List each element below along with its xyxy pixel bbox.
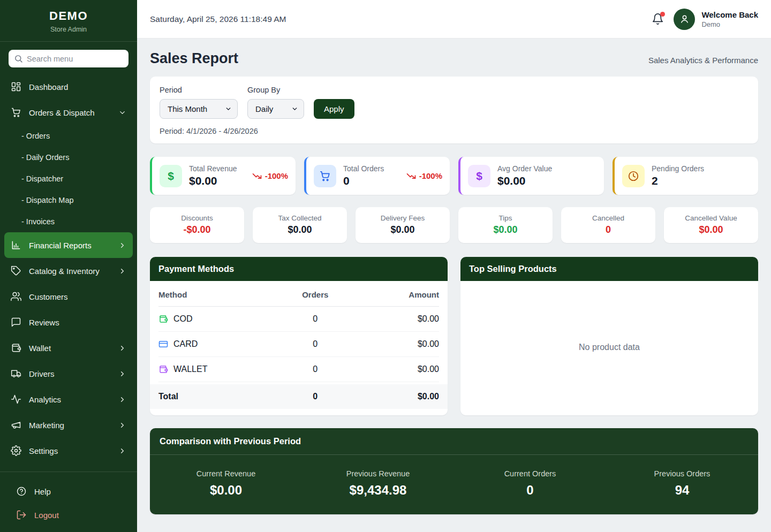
period-select[interactable]: This Month [160, 99, 238, 119]
stat-label: Discounts [153, 214, 241, 222]
kpi-value: $0.00 [497, 174, 552, 187]
activity-icon [11, 394, 21, 405]
group-by-select[interactable]: Daily [247, 99, 304, 119]
filter-card: Period This Month Group By Daily Apply P… [150, 77, 758, 143]
sidebar: DEMO Store Admin Dashboard Orders & Disp… [0, 0, 137, 532]
period-range-text: Period: 4/1/2026 - 4/26/2026 [160, 127, 749, 135]
kpi-total-revenue: $ Total Revenue $0.00 -100% [150, 157, 296, 195]
sidebar-item-settings[interactable]: Settings [4, 438, 133, 463]
sidebar-subitem-invoices[interactable]: - Invoices [4, 211, 133, 232]
orders-count: 0 [274, 364, 357, 374]
brand-subtitle: Store Admin [0, 26, 137, 33]
chevron-right-icon [118, 396, 126, 404]
avatar [674, 9, 695, 30]
sidebar-item-customers[interactable]: Customers [4, 284, 133, 309]
chat-bubble-icon [11, 317, 21, 328]
kpi-delta: -100% [252, 171, 288, 181]
user-menu[interactable]: Welcome Back Demo [674, 9, 758, 30]
sidebar-item-label: Drivers [29, 369, 111, 378]
kpi-avg-order-value: $ Avg Order Value $0.00 [458, 157, 604, 195]
notifications-button[interactable] [652, 13, 664, 25]
column-header-method: Method [158, 290, 274, 299]
subitem-label: - Dispatch Map [21, 196, 74, 204]
stat-tips: Tips $0.00 [458, 207, 553, 243]
kpi-value: 2 [652, 174, 704, 187]
kpi-delta-value: -100% [265, 171, 288, 180]
welcome-text: Welcome Back [701, 10, 758, 19]
method-name: WALLET [173, 364, 207, 374]
logout-button[interactable]: Logout [4, 503, 133, 527]
payment-methods-panel: Payment Methods Method Orders Amount COD… [150, 257, 448, 415]
stats-row: Discounts -$0.00 Tax Collected $0.00 Del… [150, 207, 758, 243]
table-row-wallet: WALLET 0 $0.00 [158, 357, 439, 382]
sidebar-subitem-dispatcher[interactable]: - Dispatcher [4, 168, 133, 189]
comparison-previous-revenue: Previous Revenue $9,434.98 [302, 469, 454, 498]
sidebar-item-label: Orders & Dispatch [29, 108, 111, 117]
sidebar-subitem-daily-orders[interactable]: - Daily Orders [4, 147, 133, 168]
sidebar-item-wallet[interactable]: Wallet [4, 335, 133, 361]
stat-delivery-fees: Delivery Fees $0.00 [356, 207, 450, 243]
payment-methods-table: Method Orders Amount COD 0 $0.00 [150, 281, 448, 415]
wallet-icon [11, 343, 21, 353]
subitem-label: - Dispatcher [21, 174, 63, 183]
column-header-orders: Orders [274, 290, 357, 299]
apply-button[interactable]: Apply [314, 99, 354, 119]
sidebar-item-marketing[interactable]: Marketing [4, 412, 133, 438]
comparison-label: Current Revenue [150, 469, 302, 478]
sidebar-subitem-orders[interactable]: - Orders [4, 125, 133, 147]
comparison-label: Previous Orders [606, 469, 758, 478]
orders-count: 0 [274, 314, 357, 324]
kpi-label: Pending Orders [652, 164, 704, 173]
sidebar-item-catalog-inventory[interactable]: Catalog & Inventory [4, 258, 133, 284]
logout-label: Logout [34, 511, 59, 520]
comparison-value: 94 [606, 483, 758, 498]
stat-value: $0.00 [462, 224, 549, 235]
help-button[interactable]: Help [4, 480, 133, 503]
sidebar-subitem-dispatch-map[interactable]: - Dispatch Map [4, 189, 133, 211]
stat-value: $0.00 [256, 224, 344, 235]
sidebar-item-label: Catalog & Inventory [29, 267, 111, 276]
group-by-select-value: Daily [255, 104, 273, 113]
dollar-icon: $ [468, 165, 490, 187]
credit-card-icon [158, 339, 168, 349]
notification-dot [660, 12, 665, 17]
sidebar-item-label: Customers [29, 292, 126, 301]
top-selling-products-panel: Top Selling Products No product data [460, 257, 758, 415]
stat-value: 0 [564, 224, 652, 235]
kpi-delta-value: -100% [419, 171, 442, 180]
total-orders: 0 [274, 392, 357, 401]
sidebar-item-analytics[interactable]: Analytics [4, 386, 133, 412]
method-name: CARD [173, 339, 198, 349]
comparison-current-revenue: Current Revenue $0.00 [150, 469, 302, 498]
column-header-amount: Amount [357, 290, 439, 299]
brand: DEMO Store Admin [0, 0, 137, 42]
chevron-down-icon [291, 105, 298, 112]
subitem-label: - Orders [21, 132, 50, 140]
comparison-title: Comparison with Previous Period [150, 428, 758, 455]
group-by-label: Group By [247, 86, 304, 94]
brand-title: DEMO [0, 9, 137, 23]
search-input[interactable] [9, 50, 128, 67]
sidebar-item-label: Analytics [29, 395, 111, 404]
amount-value: $0.00 [357, 339, 439, 349]
sidebar-item-reviews[interactable]: Reviews [4, 309, 133, 335]
username: Demo [701, 20, 758, 28]
topbar: Saturday, April 25, 2026 11:18:49 AM Wel… [137, 0, 771, 39]
payment-methods-title: Payment Methods [150, 257, 448, 281]
period-label: Period [160, 86, 238, 94]
current-datetime: Saturday, April 25, 2026 11:18:49 AM [150, 14, 286, 24]
sidebar-footer: Help Logout [0, 472, 137, 532]
sidebar-item-dashboard[interactable]: Dashboard [4, 74, 133, 100]
comparison-previous-orders: Previous Orders 94 [606, 469, 758, 498]
help-label: Help [34, 487, 51, 496]
sidebar-item-financial-reports[interactable]: Financial Reports [4, 232, 133, 258]
sidebar-item-orders-dispatch[interactable]: Orders & Dispatch [4, 100, 133, 125]
help-icon [16, 486, 27, 497]
search-icon [14, 54, 23, 63]
stat-cancelled: Cancelled 0 [561, 207, 655, 243]
page-subtitle: Sales Analytics & Performance [648, 56, 758, 65]
stat-value: $0.00 [667, 224, 755, 235]
wallet-icon [158, 364, 168, 374]
sidebar-item-drivers[interactable]: Drivers [4, 361, 133, 386]
kpi-label: Total Orders [343, 164, 384, 173]
